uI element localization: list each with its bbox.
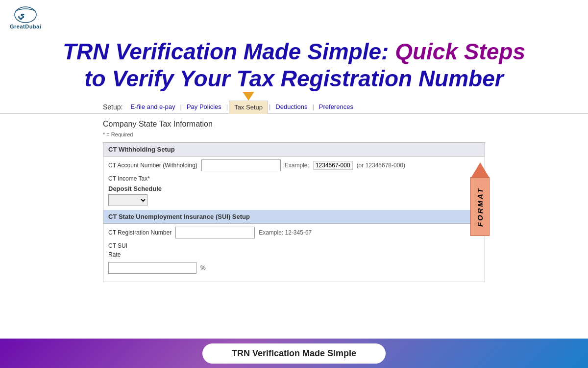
svg-text:ﻱ: ﻱ — [18, 10, 24, 20]
section-title: Company State Tax Information — [103, 120, 485, 129]
ct-sui-header: CT State Unemployment Insurance (SUI) Se… — [103, 210, 485, 224]
logo-icon: ﻱ — [14, 6, 37, 24]
title-line3: to Verify Your Tax Registration Number — [84, 66, 503, 91]
nav-tab-wrapper-tax-setup: Tax Setup — [229, 103, 268, 111]
format-arrow-up — [471, 162, 489, 177]
reg-number-row: CT Registration Number Example: 12-345-6… — [103, 224, 485, 241]
deposit-schedule-label: Deposit Schedule — [103, 183, 485, 193]
reg-number-input[interactable] — [175, 227, 255, 238]
example-value: 1234567-000 — [313, 161, 353, 170]
nav-setup-label: Setup: — [103, 103, 122, 111]
ct-withholding-header: CT Withholding Setup — [103, 143, 485, 157]
deposit-schedule-select[interactable]: Weekly Monthly — [108, 194, 147, 206]
content-area: Company State Tax Information * = Requir… — [0, 114, 588, 288]
form-card: CT Withholding Setup CT Account Number (… — [103, 142, 485, 282]
rate-label: Rate — [108, 251, 121, 258]
tab-arrow-down — [243, 92, 254, 101]
header: ﻱ GreatDubai — [0, 0, 588, 33]
account-number-label: CT Account Number (Withholding) — [108, 162, 197, 169]
nav-item-preferences[interactable]: Preferences — [315, 100, 357, 113]
account-number-row: CT Account Number (Withholding) Example:… — [103, 157, 485, 174]
format-text: FORMAT — [476, 187, 484, 227]
nav-item-deductions[interactable]: Deductions — [271, 100, 311, 113]
nav-sep-4: | — [311, 103, 315, 110]
logo-text: GreatDubai — [10, 24, 41, 29]
pct-sign: % — [200, 264, 206, 271]
nav-sep-1: | — [179, 103, 183, 110]
logo: ﻱ GreatDubai — [10, 6, 41, 29]
example-prefix: Example: — [285, 162, 309, 169]
rate-label-row: Rate — [103, 250, 485, 259]
footer: TRN Verification Made Simple — [0, 339, 588, 368]
nav-sep-3: | — [268, 103, 271, 110]
nav-item-efile[interactable]: E-file and e-pay — [126, 100, 179, 113]
title-line1: TRN Verification Made Simple: — [63, 39, 389, 64]
reg-number-label: CT Registration Number — [108, 229, 172, 236]
format-box: FORMAT — [470, 177, 490, 236]
title-line2: Quick Steps — [395, 39, 525, 64]
footer-pill: TRN Verification Made Simple — [202, 343, 386, 364]
nav-bar: Setup: E-file and e-pay | Pay Policies |… — [0, 100, 588, 114]
main-title-block: TRN Verification Made Simple: Quick Step… — [0, 33, 588, 100]
nav-item-tax-setup[interactable]: Tax Setup — [229, 101, 268, 114]
required-note: * = Required — [103, 131, 485, 137]
ct-sui-label: CT SUI — [108, 242, 127, 249]
rate-input-row: % — [103, 259, 485, 277]
format-annotation: FORMAT — [470, 162, 490, 236]
ct-sui-label-row: CT SUI — [103, 241, 485, 250]
example-alt: (or 12345678-000) — [357, 162, 405, 169]
deposit-schedule-select-wrapper: Weekly Monthly — [103, 193, 485, 210]
income-tax-row: CT Income Tax* — [103, 174, 485, 183]
nav-item-pay-policies[interactable]: Pay Policies — [183, 100, 225, 113]
income-tax-label: CT Income Tax* — [108, 175, 150, 182]
account-number-input[interactable] — [201, 159, 281, 171]
rate-input[interactable] — [108, 262, 196, 274]
reg-example: Example: 12-345-67 — [259, 229, 312, 236]
footer-pill-text: TRN Verification Made Simple — [232, 348, 356, 358]
